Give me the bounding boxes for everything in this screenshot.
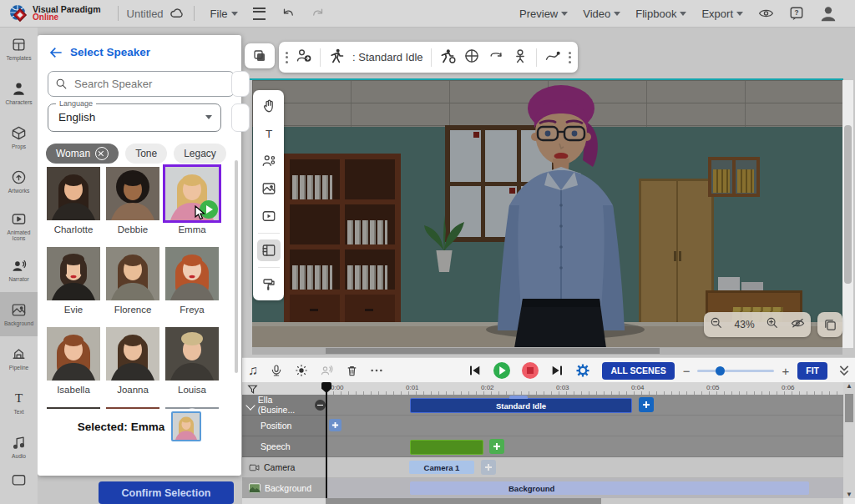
more-options-icon[interactable] — [569, 52, 571, 63]
speaker-louisa[interactable]: Louisa — [165, 327, 219, 395]
speaker-search[interactable] — [48, 71, 235, 97]
track-lane-background[interactable]: Background — [326, 478, 843, 499]
panel-scrollbar[interactable] — [235, 160, 238, 373]
background-clip[interactable]: Background — [410, 481, 809, 495]
sidebar-item-templates[interactable]: Templates — [0, 27, 38, 71]
flipbook-menu[interactable]: Flipbook — [635, 8, 686, 20]
confirm-selection-button[interactable]: Confirm Selection — [99, 481, 234, 504]
brand-logo[interactable]: Visual Paradigm Online — [0, 3, 109, 23]
speaker-photo[interactable] — [165, 247, 219, 300]
add-speech-button[interactable] — [489, 439, 504, 454]
scrollbar-thumb[interactable] — [326, 498, 601, 504]
music-button[interactable]: ♫ — [248, 363, 258, 378]
language-select[interactable]: Language English — [48, 103, 221, 132]
canvas-vertical-scrollbar[interactable] — [842, 80, 853, 348]
preview-menu[interactable]: Preview — [519, 8, 568, 20]
track-lane-character[interactable]: Standard Idle — [326, 395, 843, 416]
sidebar-item-props[interactable]: Props — [0, 115, 38, 159]
speaker-photo[interactable] — [47, 247, 100, 300]
visibility-button[interactable] — [758, 8, 774, 19]
speaker-photo[interactable] — [47, 327, 100, 381]
user-avatar[interactable] — [819, 4, 837, 23]
chip-legacy[interactable]: Legacy — [174, 144, 226, 164]
scrollbar-thumb[interactable] — [326, 348, 660, 354]
speaker-joanna[interactable]: Joanna — [106, 327, 159, 395]
scrollbar-thumb[interactable] — [845, 394, 853, 422]
document-title[interactable]: Untitled — [127, 8, 164, 20]
timeline-ruler[interactable]: 0:000:010:020:030:040:050:06 — [242, 382, 855, 396]
timeline-zoom-slider[interactable] — [697, 370, 774, 372]
speaker-emma-selected[interactable]: Emma — [165, 167, 219, 234]
speaker-photo[interactable] — [106, 327, 159, 381]
track-label-position[interactable]: Position — [242, 416, 326, 436]
animation-button[interactable] — [439, 48, 456, 68]
drag-handle-icon[interactable] — [286, 52, 288, 63]
sidebar-item-pipeline[interactable]: Pipeline — [0, 336, 38, 381]
timeline-zoom-out[interactable]: − — [683, 364, 691, 378]
speaker-isabella[interactable]: Isabella — [47, 327, 100, 395]
zoom-level[interactable]: 43% — [735, 319, 755, 330]
sidebar-item-narrator[interactable]: Narrator — [0, 248, 38, 292]
remove-filter-icon[interactable] — [95, 147, 109, 160]
camera-clip[interactable]: Camera 1 — [409, 461, 474, 474]
sidebar-item-characters[interactable]: Characters — [0, 71, 38, 115]
play-button[interactable] — [493, 362, 510, 379]
background-panel-tool[interactable] — [257, 239, 281, 261]
speaker-photo[interactable] — [106, 167, 159, 220]
position-button[interactable] — [463, 48, 480, 68]
file-menu[interactable]: File — [210, 8, 238, 20]
speaker-photo[interactable] — [165, 327, 219, 381]
export-menu[interactable]: Export — [701, 8, 743, 20]
sidebar-item-background[interactable]: Background — [0, 292, 38, 336]
speech-clip[interactable] — [410, 440, 483, 455]
scale-character-button[interactable] — [512, 48, 529, 68]
video-menu[interactable]: Video — [583, 8, 620, 20]
slider-knob[interactable] — [716, 366, 725, 375]
character-tool[interactable] — [257, 150, 281, 172]
pose-button[interactable] — [328, 48, 345, 68]
stop-button[interactable] — [522, 362, 539, 379]
speaker-photo[interactable] — [47, 167, 100, 220]
add-position-button[interactable] — [329, 419, 341, 431]
more-button[interactable] — [370, 368, 383, 373]
mute-track-icon[interactable] — [315, 400, 326, 411]
chip-woman[interactable]: Woman — [46, 144, 119, 164]
sidebar-item-text[interactable]: T Text — [0, 381, 38, 425]
sidebar-item-partial[interactable] — [0, 469, 38, 489]
stage-canvas[interactable] — [252, 80, 842, 348]
track-label-character[interactable]: Ella (Busine... — [242, 395, 326, 416]
track-lane-camera[interactable]: Camera 1 — [326, 457, 843, 478]
replace-character-button[interactable] — [296, 48, 312, 68]
main-menu-button[interactable] — [253, 8, 266, 20]
track-label-speech[interactable]: Speech — [242, 436, 326, 457]
speaker-debbie[interactable]: Debbie — [106, 167, 159, 234]
scroll-down-arrow[interactable]: ▼ — [846, 491, 852, 497]
speaker-freya[interactable]: Freya — [165, 247, 219, 315]
animation-clip[interactable]: Standard Idle — [410, 398, 632, 413]
speaker-photo[interactable] — [106, 247, 159, 300]
video-tool[interactable] — [257, 205, 281, 227]
track-label-background[interactable]: Background — [242, 478, 326, 499]
chip-tone[interactable]: Tone — [125, 144, 167, 164]
scrollbar-thumb[interactable] — [844, 125, 852, 284]
redo-button[interactable] — [311, 8, 326, 20]
hide-ui-button[interactable] — [791, 317, 805, 333]
motion-path-button[interactable] — [544, 48, 561, 68]
effects-button[interactable] — [295, 364, 308, 377]
undo-button[interactable] — [281, 8, 296, 20]
voice-button[interactable] — [270, 364, 283, 377]
add-camera-button[interactable] — [481, 460, 496, 475]
skip-end-button[interactable] — [550, 365, 564, 376]
collapse-chevron-icon[interactable] — [245, 401, 255, 410]
collapse-timeline-button[interactable] — [839, 365, 849, 376]
add-animation-button[interactable] — [639, 397, 654, 412]
scroll-up-arrow[interactable]: ▲ — [846, 383, 852, 389]
speaker-charlotte[interactable]: Charlotte — [47, 167, 100, 234]
timeline-zoom-in[interactable]: + — [782, 364, 789, 378]
scenes-panel-button[interactable] — [817, 312, 842, 337]
search-input[interactable] — [73, 77, 201, 91]
timeline-vertical-scrollbar[interactable]: ▲ ▼ — [843, 382, 855, 498]
back-arrow-icon[interactable] — [49, 47, 63, 58]
image-tool[interactable] — [257, 178, 281, 199]
speaker-florence[interactable]: Florence — [106, 247, 159, 315]
